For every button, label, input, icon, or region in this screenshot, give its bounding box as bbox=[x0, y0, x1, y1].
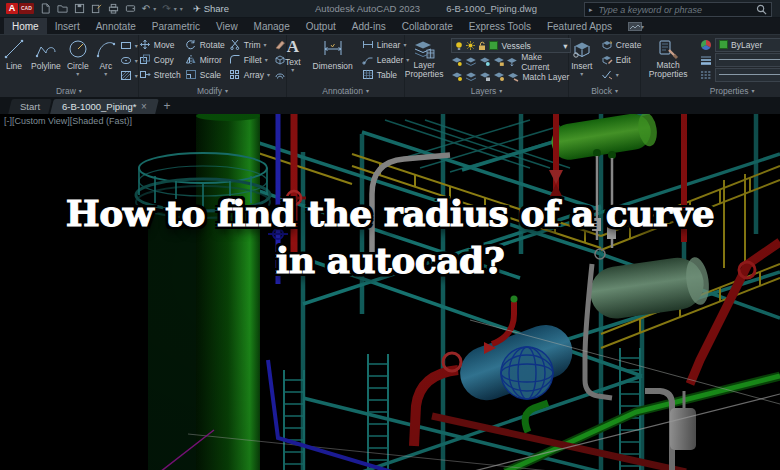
search-input[interactable] bbox=[597, 4, 752, 16]
insert-block-tool[interactable]: Insert ▾ bbox=[568, 38, 596, 77]
tab-output[interactable]: Output bbox=[298, 18, 344, 34]
autocad-logo[interactable]: A CAD bbox=[6, 3, 34, 14]
sun-icon[interactable] bbox=[466, 41, 475, 50]
dimension-tool[interactable]: Dimension bbox=[310, 38, 356, 71]
dropdown-arrow-icon: ▾ bbox=[135, 57, 138, 64]
layer-off-icon[interactable] bbox=[451, 56, 463, 67]
arc-tool[interactable]: Arc ▾ bbox=[92, 38, 120, 77]
ribbon-display-toggle[interactable]: ▾ bbox=[620, 18, 652, 34]
undo-dropdown-icon[interactable]: ▾ bbox=[153, 5, 156, 12]
close-icon[interactable]: × bbox=[142, 101, 148, 112]
layer-freeze-icon[interactable] bbox=[479, 56, 491, 67]
title-line-1: How to find the radius of a curve bbox=[0, 190, 780, 237]
chevron-down-icon: ▾ bbox=[641, 23, 644, 30]
panel-label-layers[interactable]: Layers▾ bbox=[405, 84, 568, 97]
print-icon[interactable] bbox=[125, 3, 136, 14]
array-tool[interactable]: Array▾ bbox=[229, 68, 270, 81]
plot-icon[interactable] bbox=[108, 3, 119, 14]
tab-add-ins[interactable]: Add-ins bbox=[344, 18, 394, 34]
help-search-box[interactable]: ▸ bbox=[584, 2, 772, 17]
stretch-tool[interactable]: Stretch bbox=[139, 68, 181, 81]
layer-walk-icon[interactable] bbox=[493, 71, 505, 82]
redo-dropdown-icon[interactable]: ▾ bbox=[174, 5, 177, 12]
viewport-controls[interactable]: [-][Custom View][Shaded (Fast)] bbox=[4, 116, 132, 126]
window-title: Autodesk AutoCAD 2023 6-B-1000_Piping.dw… bbox=[315, 0, 537, 17]
save-icon[interactable] bbox=[74, 3, 85, 14]
dropdown-arrow-icon[interactable]: ▾ bbox=[104, 72, 107, 77]
search-icon[interactable] bbox=[756, 4, 767, 15]
open-folder-icon[interactable] bbox=[57, 3, 68, 14]
copy-tool[interactable]: Copy bbox=[139, 53, 181, 66]
redo-button[interactable]: ↷ bbox=[162, 4, 170, 14]
rectangle-tool[interactable]: ▾ bbox=[120, 39, 138, 52]
scale-tool[interactable]: Scale bbox=[185, 68, 225, 81]
panel-label-annotation[interactable]: Annotation▾ bbox=[287, 84, 404, 97]
block-attributes-tool[interactable]: ▾ bbox=[601, 68, 642, 81]
tab-parametric[interactable]: Parametric bbox=[144, 18, 208, 34]
circle-tool[interactable]: Circle ▾ bbox=[64, 38, 92, 77]
unlock-icon[interactable] bbox=[478, 41, 486, 51]
edit-block-icon bbox=[601, 54, 613, 65]
tab-annotate[interactable]: Annotate bbox=[88, 18, 144, 34]
move-tool[interactable]: Move bbox=[139, 38, 181, 51]
make-current-tool[interactable]: Make Current bbox=[506, 55, 571, 68]
new-file-icon[interactable] bbox=[40, 3, 51, 14]
tab-express-tools[interactable]: Express Tools bbox=[461, 18, 539, 34]
fillet-tool[interactable]: Fillet▾ bbox=[229, 53, 270, 66]
search-caret-icon[interactable]: ▸ bbox=[589, 6, 593, 14]
match-properties-tool[interactable]: Match Properties bbox=[641, 38, 695, 78]
polyline-tool[interactable]: Polyline bbox=[28, 38, 64, 71]
layer-on-icon[interactable] bbox=[451, 71, 463, 82]
color-swatch bbox=[719, 40, 728, 49]
tab-featured-apps[interactable]: Featured Apps bbox=[539, 18, 620, 34]
ellipse-tool[interactable]: ▾ bbox=[120, 54, 138, 67]
panel-label-modify[interactable]: Modify▾ bbox=[139, 84, 286, 97]
share-label: Share bbox=[204, 3, 229, 14]
ellipse-icon bbox=[120, 55, 132, 66]
layer-thaw-icon[interactable] bbox=[465, 71, 477, 82]
match-layer-tool[interactable]: Match Layer bbox=[507, 70, 569, 83]
tab-home[interactable]: Home bbox=[4, 18, 47, 34]
polyline-icon bbox=[35, 38, 57, 60]
linetype-control[interactable]: ByLayer bbox=[700, 68, 780, 81]
arc-icon bbox=[95, 38, 117, 60]
tab-insert[interactable]: Insert bbox=[47, 18, 88, 34]
rotate-tool[interactable]: Rotate bbox=[185, 38, 225, 51]
layer-unlock-icon[interactable] bbox=[479, 71, 491, 82]
lightbulb-icon[interactable] bbox=[455, 41, 463, 51]
share-button[interactable]: ✈ Share bbox=[193, 3, 229, 14]
file-tab-document[interactable]: 6-B-1000_Piping* × bbox=[50, 99, 159, 114]
panel-properties: Match Properties ByLayer▾ ByLayer ByLaye… bbox=[641, 35, 780, 97]
dropdown-arrow-icon: ▾ bbox=[135, 42, 138, 49]
save-as-icon[interactable] bbox=[91, 3, 102, 14]
mirror-icon bbox=[185, 54, 197, 65]
file-tab-start[interactable]: Start bbox=[8, 99, 52, 114]
layer-isolate-icon[interactable] bbox=[465, 56, 477, 67]
drawing-canvas[interactable]: [-][Custom View][Shaded (Fast)] How to f… bbox=[0, 114, 780, 470]
hatch-tool[interactable]: ▾ bbox=[120, 69, 138, 82]
object-color-control[interactable]: ByLayer▾ bbox=[700, 38, 780, 51]
qat-customize-icon[interactable]: ▾ bbox=[180, 5, 183, 12]
tab-view[interactable]: View bbox=[208, 18, 246, 34]
dropdown-arrow-icon[interactable]: ▾ bbox=[76, 72, 79, 77]
panel-label-draw[interactable]: Draw▾ bbox=[0, 84, 138, 97]
mirror-tool[interactable]: Mirror bbox=[185, 53, 225, 66]
tab-collaborate[interactable]: Collaborate bbox=[394, 18, 461, 34]
layer-color-swatch[interactable] bbox=[489, 41, 498, 50]
create-block-tool[interactable]: Create bbox=[601, 38, 642, 51]
panel-label-block[interactable]: Block▾ bbox=[569, 84, 640, 97]
panel-label-properties[interactable]: Properties▾ bbox=[641, 84, 780, 97]
layer-lock-icon[interactable] bbox=[493, 56, 505, 67]
layer-properties-tool[interactable]: Layer Properties bbox=[402, 38, 447, 78]
edit-block-tool[interactable]: Edit bbox=[601, 53, 642, 66]
tab-manage[interactable]: Manage bbox=[246, 18, 298, 34]
lineweight-control[interactable]: ByLayer bbox=[700, 53, 780, 66]
new-drawing-button[interactable]: + bbox=[163, 99, 170, 114]
line-tool[interactable]: Line bbox=[0, 38, 28, 71]
trim-tool[interactable]: Trim▾ bbox=[229, 38, 270, 51]
dropdown-arrow-icon[interactable]: ▾ bbox=[563, 41, 567, 51]
title-line-2: in autocad? bbox=[0, 237, 780, 284]
text-tool[interactable]: A Text ▾ bbox=[282, 38, 304, 73]
lineweight-icon bbox=[700, 54, 712, 66]
undo-button[interactable]: ↶ bbox=[142, 4, 150, 14]
